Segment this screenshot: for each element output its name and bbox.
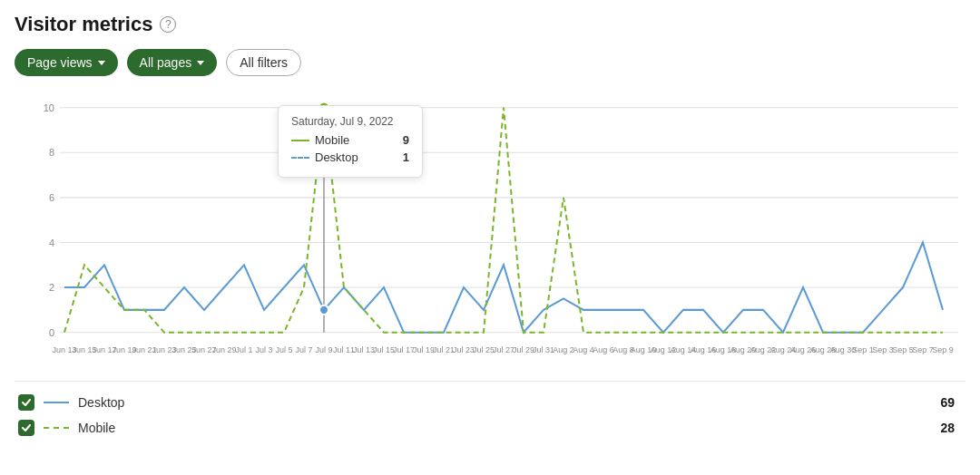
svg-text:Jul 21: Jul 21 <box>433 345 455 354</box>
svg-text:Sep 7: Sep 7 <box>912 345 933 354</box>
legend-mobile-label: Mobile <box>78 421 931 435</box>
desktop-legend-line <box>44 402 69 403</box>
svg-point-58 <box>319 305 328 315</box>
svg-text:Jul 15: Jul 15 <box>373 345 395 354</box>
chevron-down-icon <box>197 61 204 65</box>
all-pages-button[interactable]: All pages <box>127 49 218 76</box>
svg-text:Sep 3: Sep 3 <box>872 345 893 354</box>
svg-text:4: 4 <box>49 237 54 247</box>
tooltip-mobile-value: 9 <box>403 133 409 147</box>
legend-area: Desktop 69 Mobile 28 <box>15 381 965 436</box>
svg-text:Jun 29: Jun 29 <box>212 345 237 354</box>
all-filters-button[interactable]: All filters <box>226 49 301 76</box>
svg-text:0: 0 <box>49 327 54 338</box>
desktop-checkbox[interactable] <box>18 394 34 411</box>
chart-area: Saturday, Jul 9, 2022 Mobile 9 Desktop 1 <box>15 89 965 370</box>
mobile-checkbox[interactable] <box>18 420 34 436</box>
svg-text:Jul 29: Jul 29 <box>513 345 534 354</box>
tooltip-date: Saturday, Jul 9, 2022 <box>291 115 409 128</box>
svg-text:6: 6 <box>49 192 54 203</box>
svg-text:Sep 9: Sep 9 <box>932 345 953 354</box>
svg-text:Jul 9: Jul 9 <box>316 345 333 354</box>
svg-text:Sep 5: Sep 5 <box>892 345 913 354</box>
legend-mobile: Mobile 28 <box>18 420 962 436</box>
svg-text:Jul 17: Jul 17 <box>393 345 415 354</box>
svg-text:Jul 25: Jul 25 <box>473 345 495 354</box>
svg-text:Jul 7: Jul 7 <box>296 345 313 354</box>
chevron-down-icon <box>98 61 105 65</box>
svg-text:Jul 23: Jul 23 <box>453 345 475 354</box>
legend-desktop-count: 69 <box>940 395 962 410</box>
svg-text:Jul 31: Jul 31 <box>533 345 554 354</box>
svg-text:Sep 1: Sep 1 <box>852 345 873 354</box>
tooltip-desktop-row: Desktop 1 <box>291 150 409 164</box>
help-icon[interactable]: ? <box>160 16 176 33</box>
legend-desktop: Desktop 69 <box>18 394 962 411</box>
tooltip-desktop-value: 1 <box>403 150 409 164</box>
line-chart: 10 8 6 4 2 0 Jun 13 Jun 15 Jun 17 Jun 19… <box>15 89 965 370</box>
svg-text:2: 2 <box>49 282 54 293</box>
page-views-button[interactable]: Page views <box>15 49 118 76</box>
legend-desktop-label: Desktop <box>78 395 931 410</box>
svg-text:Jul 13: Jul 13 <box>353 345 375 354</box>
svg-text:Jul 3: Jul 3 <box>256 345 273 354</box>
svg-text:Aug 2: Aug 2 <box>553 345 573 354</box>
svg-text:Jul 19: Jul 19 <box>413 345 435 354</box>
page-title: Visitor metrics <box>15 13 152 36</box>
svg-text:Aug 6: Aug 6 <box>593 345 613 354</box>
svg-text:8: 8 <box>49 147 54 158</box>
legend-mobile-count: 28 <box>940 421 962 435</box>
filters-row: Page views All pages All filters <box>15 49 965 76</box>
svg-text:Jul 1: Jul 1 <box>236 345 253 354</box>
svg-text:Jul 27: Jul 27 <box>493 345 514 354</box>
chart-tooltip: Saturday, Jul 9, 2022 Mobile 9 Desktop 1 <box>278 105 423 178</box>
svg-text:Aug 4: Aug 4 <box>573 345 593 354</box>
mobile-line-indicator <box>291 140 309 141</box>
svg-text:Jul 5: Jul 5 <box>276 345 293 354</box>
mobile-legend-line <box>44 427 69 429</box>
svg-text:10: 10 <box>44 102 54 113</box>
desktop-line-indicator <box>291 157 309 159</box>
tooltip-mobile-row: Mobile 9 <box>291 133 409 147</box>
svg-text:Jul 11: Jul 11 <box>333 345 355 354</box>
